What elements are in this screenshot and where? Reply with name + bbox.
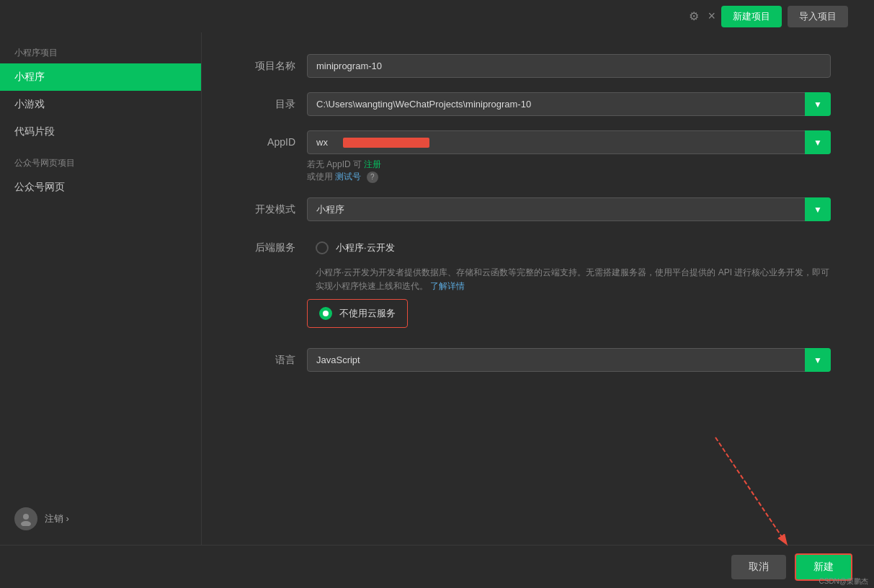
sidebar-item-public-page[interactable]: 公众号网页	[0, 174, 201, 201]
content-area: 项目名称 目录 ▼ AppID	[202, 32, 874, 545]
dev-mode-row: 开发模式 ▼	[245, 197, 831, 221]
main-layout: 小程序项目 小程序 小游戏 代码片段 公众号网页项目 公众号网页 注销 › 项目…	[0, 32, 874, 545]
bottom-bar: 取消 新建 CSDN@栗鹏杰	[0, 545, 874, 588]
learn-more-link[interactable]: 了解详情	[430, 281, 465, 291]
sidebar-item-mini-game[interactable]: 小游戏	[0, 91, 201, 118]
cloud-radio[interactable]	[316, 241, 329, 254]
no-cloud-radio[interactable]	[319, 307, 332, 320]
directory-label: 目录	[245, 92, 295, 111]
dev-mode-select-wrap: ▼	[307, 197, 831, 221]
cancel-button[interactable]: 取消	[731, 555, 786, 579]
appid-row: AppID ▼ 若无 AppID 可 注册 或使用 测试号	[245, 130, 831, 183]
project-name-row: 项目名称	[245, 54, 831, 78]
sidebar-item-mini-program[interactable]: 小程序	[0, 63, 201, 91]
language-label: 语言	[245, 348, 295, 367]
directory-wrap: ▼	[307, 92, 831, 116]
cloud-option[interactable]: 小程序·云开发	[307, 236, 831, 260]
sidebar-bottom[interactable]: 注销 ›	[0, 500, 201, 538]
appid-wrap: ▼ 若无 AppID 可 注册 或使用 测试号 ?	[307, 130, 831, 183]
sidebar-section-public: 公众号网页项目	[0, 146, 201, 174]
hint-no-appid: 若无 AppID 可	[307, 159, 362, 169]
appid-hint: 若无 AppID 可 注册 或使用 测试号 ?	[307, 159, 831, 183]
import-project-button[interactable]: 导入项目	[788, 6, 848, 27]
appid-label: AppID	[245, 130, 295, 148]
avatar	[14, 507, 37, 530]
appid-select-wrap: ▼	[307, 130, 831, 154]
directory-select-wrap: ▼	[307, 92, 831, 116]
backend-wrap: 小程序·云开发 小程序·云开发为开发者提供数据库、存储和云函数等完整的云端支持。…	[307, 236, 831, 334]
appid-redacted-bar	[343, 138, 429, 148]
no-cloud-label: 不使用云服务	[339, 307, 396, 320]
dev-mode-wrap: ▼	[307, 197, 831, 221]
test-number-link[interactable]: 测试号	[335, 172, 361, 182]
directory-row: 目录 ▼	[245, 92, 831, 116]
project-name-label: 项目名称	[245, 54, 295, 73]
title-bar: ⚙ × 新建项目 导入项目	[0, 0, 874, 32]
cloud-option-label: 小程序·云开发	[336, 241, 395, 254]
language-row: 语言 ▼	[245, 348, 831, 372]
backend-row: 后端服务 小程序·云开发 小程序·云开发为开发者提供数据库、存储和云函数等完整的…	[245, 236, 831, 334]
cloud-desc-text: 小程序·云开发为开发者提供数据库、存储和云函数等完整的云端支持。无需搭建服务器，…	[316, 267, 829, 291]
close-icon[interactable]: ×	[708, 9, 715, 24]
backend-label: 后端服务	[245, 236, 295, 254]
dev-mode-label: 开发模式	[245, 197, 295, 216]
svg-point-0	[23, 514, 29, 520]
hint-or: 或使用	[307, 172, 333, 182]
register-link[interactable]: 注册	[364, 159, 381, 169]
header-buttons: 新建项目 导入项目	[721, 6, 848, 27]
svg-point-1	[21, 521, 31, 526]
dev-mode-input[interactable]	[307, 197, 831, 221]
sidebar-section-mini-program: 小程序项目	[0, 40, 201, 63]
question-icon[interactable]: ?	[367, 172, 378, 183]
project-name-input[interactable]	[307, 54, 831, 78]
directory-input[interactable]	[307, 92, 831, 116]
project-name-wrap	[307, 54, 831, 78]
language-select-wrap: ▼	[307, 348, 831, 372]
sidebar: 小程序项目 小程序 小游戏 代码片段 公众号网页项目 公众号网页 注销 ›	[0, 32, 202, 545]
settings-icon[interactable]: ⚙	[689, 9, 699, 23]
no-cloud-option[interactable]: 不使用云服务	[307, 299, 408, 328]
new-project-button[interactable]: 新建项目	[721, 6, 782, 27]
sidebar-item-code-snippet[interactable]: 代码片段	[0, 118, 201, 146]
logout-text[interactable]: 注销 ›	[45, 512, 69, 525]
cloud-description: 小程序·云开发为开发者提供数据库、存储和云函数等完整的云端支持。无需搭建服务器，…	[316, 266, 831, 293]
language-input[interactable]	[307, 348, 831, 372]
watermark: CSDN@栗鹏杰	[819, 576, 869, 587]
language-wrap: ▼	[307, 348, 831, 372]
